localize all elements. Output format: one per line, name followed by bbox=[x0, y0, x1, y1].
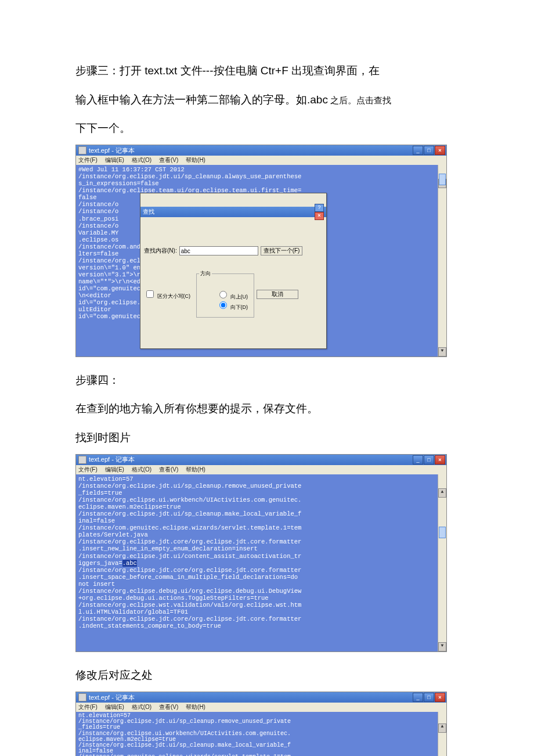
find-next-button[interactable]: 查找下一个(F) bbox=[261, 246, 303, 255]
step4-caption: 找到时图片 bbox=[75, 425, 459, 451]
menu-view[interactable]: 查看(V) bbox=[159, 157, 178, 163]
minimize-button[interactable]: _ bbox=[413, 455, 423, 465]
menu-bar: 文件(F) 编辑(E) 格式(O) 查看(V) 帮助(H) bbox=[76, 156, 446, 165]
find-close-button[interactable]: × bbox=[315, 212, 324, 220]
window-title: text.epf - 记事本 bbox=[89, 693, 135, 702]
scroll-up-icon[interactable]: ▲ bbox=[438, 488, 446, 498]
step3-line2: 输入框中输入在方法一种第二部输入的字母。如.abc 之后。点击查找 bbox=[75, 87, 459, 113]
find-dialog-title: 查找 bbox=[143, 208, 154, 215]
maximize-button[interactable]: □ bbox=[424, 455, 434, 465]
titlebar: text.epf - 记事本 _ □ × bbox=[76, 692, 446, 703]
search-highlight: .abc bbox=[122, 560, 137, 567]
maximize-button[interactable]: □ bbox=[424, 693, 434, 702]
find-label: 查找内容(N): bbox=[144, 247, 177, 254]
menu-file[interactable]: 文件(F) bbox=[78, 704, 98, 710]
menu-edit[interactable]: 编辑(E) bbox=[105, 157, 124, 163]
menu-edit[interactable]: 编辑(E) bbox=[105, 466, 124, 473]
notepad-icon bbox=[78, 693, 86, 701]
menu-file[interactable]: 文件(F) bbox=[78, 157, 98, 163]
scroll-up-icon[interactable]: ▲ bbox=[438, 723, 446, 733]
step5-caption: 修改后对应之处 bbox=[75, 663, 459, 688]
menu-view[interactable]: 查看(V) bbox=[159, 466, 178, 473]
case-checkbox[interactable]: 区分大小写(C) bbox=[144, 289, 190, 300]
radio-up[interactable]: 向上(U) bbox=[217, 294, 248, 300]
maximize-button[interactable]: □ bbox=[424, 146, 434, 155]
step4-text: 在查到的地方输入所有你想要的提示，保存文件。 bbox=[75, 396, 459, 422]
window-title: text.epf - 记事本 bbox=[89, 455, 135, 464]
find-dialog: 查找 ? × 查找内容(N): 查找下一个(F) 区分大小写(C) 方向 向上(… bbox=[140, 193, 327, 349]
scroll-down-icon[interactable]: ▼ bbox=[438, 347, 446, 357]
editor-content[interactable]: nt.elevation=57 /instance/org.eclipse.jd… bbox=[76, 712, 446, 756]
direction-group: 方向 向上(U) 向下(D) bbox=[196, 271, 254, 318]
titlebar: text.epf - 记事本 _ □ × bbox=[76, 455, 446, 465]
menu-format[interactable]: 格式(O) bbox=[132, 466, 151, 473]
notepad-icon bbox=[78, 146, 86, 154]
direction-legend: 方向 bbox=[199, 271, 212, 276]
editor-content[interactable]: nt.elevation=57 /instance/org.eclipse.jd… bbox=[76, 474, 446, 652]
window-title: text.epf - 记事本 bbox=[89, 146, 135, 155]
titlebar: text.epf - 记事本 _ □ × bbox=[76, 145, 446, 156]
find-cancel-button[interactable]: 取消 bbox=[257, 290, 298, 299]
minimize-button[interactable]: _ bbox=[413, 146, 423, 155]
menu-view[interactable]: 查看(V) bbox=[159, 704, 178, 710]
radio-down[interactable]: 向下(D) bbox=[217, 304, 248, 310]
menu-help[interactable]: 帮助(H) bbox=[186, 157, 205, 163]
step3-line2b: 之后。点击查找 bbox=[328, 95, 391, 105]
menu-bar: 文件(F) 编辑(E) 格式(O) 查看(V) 帮助(H) bbox=[76, 703, 446, 712]
menu-edit[interactable]: 编辑(E) bbox=[105, 704, 124, 710]
window-buttons: _ □ × bbox=[413, 455, 445, 465]
menu-help[interactable]: 帮助(H) bbox=[186, 704, 205, 710]
scrollbar[interactable]: ▲ ▼ bbox=[438, 712, 446, 756]
close-button[interactable]: × bbox=[435, 146, 445, 155]
menu-file[interactable]: 文件(F) bbox=[78, 466, 98, 473]
close-button[interactable]: × bbox=[435, 455, 445, 465]
scrollbar[interactable]: ▲ ▼ bbox=[438, 165, 446, 357]
scroll-down-icon[interactable]: ▼ bbox=[438, 642, 446, 651]
window-buttons: _ □ × bbox=[413, 693, 445, 702]
menu-bar: 文件(F) 编辑(E) 格式(O) 查看(V) 帮助(H) bbox=[76, 465, 446, 474]
scroll-thumb[interactable] bbox=[439, 174, 446, 185]
step3-line1: 步骤三：打开 text.txt 文件---按住电脑 Ctr+F 出现查询界面，在 bbox=[75, 58, 459, 84]
step3-line3: 下下一个。 bbox=[75, 116, 459, 141]
step3-line2a: 输入框中输入在方法一种第二部输入的字母。如.abc bbox=[75, 93, 328, 106]
screenshot-1: text.epf - 记事本 _ □ × 文件(F) 编辑(E) 格式(O) 查… bbox=[75, 145, 447, 357]
window-buttons: _ □ × bbox=[413, 146, 445, 155]
find-dialog-titlebar: 查找 ? × bbox=[140, 207, 326, 217]
menu-format[interactable]: 格式(O) bbox=[132, 157, 151, 163]
scrollbar[interactable]: ▲ ▼ bbox=[438, 474, 446, 652]
find-input[interactable] bbox=[179, 246, 258, 255]
menu-help[interactable]: 帮助(H) bbox=[186, 466, 205, 473]
find-help-button[interactable]: ? bbox=[315, 204, 324, 212]
screenshot-3: text.epf - 记事本 _ □ × 文件(F) 编辑(E) 格式(O) 查… bbox=[75, 692, 447, 756]
screenshot-2: text.epf - 记事本 _ □ × 文件(F) 编辑(E) 格式(O) 查… bbox=[75, 454, 447, 653]
editor-content[interactable]: #Wed Jul 11 16:37:27 CST 2012 /instance/… bbox=[76, 165, 446, 357]
menu-format[interactable]: 格式(O) bbox=[132, 704, 151, 710]
minimize-button[interactable]: _ bbox=[413, 693, 423, 702]
notepad-icon bbox=[78, 456, 86, 464]
close-button[interactable]: × bbox=[435, 693, 445, 702]
scroll-thumb[interactable] bbox=[439, 527, 446, 538]
step4-heading: 步骤四： bbox=[75, 368, 459, 393]
